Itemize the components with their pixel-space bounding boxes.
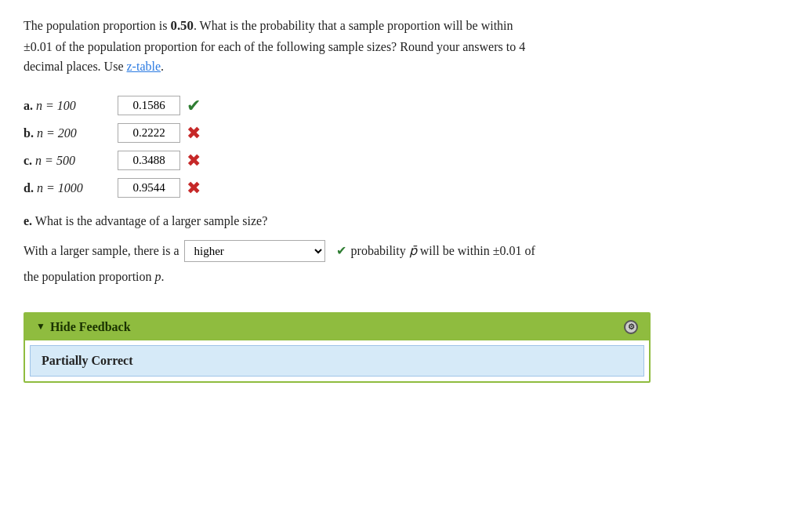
answers-section: a. n = 100 ✔ b. n = 200 ✖ c. n = 500 ✖ d… (24, 96, 788, 198)
answer-row-c: c. n = 500 ✖ (24, 151, 788, 170)
incorrect-icon-c: ✖ (187, 152, 201, 169)
intro-text-start: The population proportion is (24, 19, 171, 32)
answer-input-d[interactable] (118, 178, 180, 198)
intro-text-mid: . What is the probability that a sample … (194, 19, 513, 32)
feedback-header-left: ▼ Hide Feedback (36, 320, 131, 334)
p-symbol: p (155, 270, 161, 283)
correct-icon-a: ✔ (187, 97, 201, 115)
part-a-letter: a. (24, 99, 33, 112)
gear-icon[interactable]: ⚙ (624, 320, 638, 334)
population-proportion-value: 0.50 (171, 18, 194, 33)
answer-row-a: a. n = 100 ✔ (24, 96, 788, 115)
answer-input-a[interactable] (118, 96, 180, 115)
pbar-symbol: p̄ (409, 244, 417, 257)
larger-sample-dropdown[interactable]: higher lower (184, 240, 325, 262)
triangle-icon: ▼ (36, 321, 45, 333)
part-d-letter: d. (24, 181, 34, 195)
part-c-letter: c. (24, 154, 32, 167)
answer-label-a: a. n = 100 (24, 99, 118, 113)
answer-row-b: b. n = 200 ✖ (24, 123, 788, 143)
part-e-last-line: the population proportion p. (24, 266, 788, 289)
feedback-body-text: Partially Correct (42, 354, 133, 367)
incorrect-icon-d: ✖ (187, 180, 201, 197)
feedback-body: Partially Correct (30, 345, 644, 377)
feedback-header-label: Hide Feedback (50, 320, 131, 334)
population-proportion-text: the population proportion p. (24, 266, 165, 289)
part-b-letter: b. (24, 126, 34, 140)
answer-input-c[interactable] (118, 151, 180, 170)
probability-text: probability p̄ will be within ±0.01 of (351, 240, 535, 263)
answer-row-d: d. n = 1000 ✖ (24, 178, 788, 198)
sentence-start: With a larger sample, there is a (24, 240, 179, 263)
answer-label-c: c. n = 500 (24, 154, 118, 168)
part-b-equation: n = 200 (37, 126, 77, 140)
answer-label-d: d. n = 1000 (24, 181, 118, 195)
incorrect-icon-b: ✖ (187, 125, 201, 142)
feedback-section: ▼ Hide Feedback ⚙ Partially Correct (24, 312, 651, 383)
intro-line3-start: decimal places. Use (24, 60, 127, 73)
part-e-answer-row: With a larger sample, there is a higher … (24, 240, 788, 263)
part-c-equation: n = 500 (35, 154, 75, 167)
intro-paragraph: The population proportion is 0.50. What … (24, 16, 788, 77)
feedback-header[interactable]: ▼ Hide Feedback ⚙ (25, 314, 649, 340)
part-a-equation: n = 100 (36, 99, 76, 112)
part-e-label: e. (24, 214, 35, 227)
ztable-link[interactable]: z-table (127, 60, 161, 73)
intro-line3-end: . (161, 60, 164, 73)
correct-icon-e: ✔ (336, 245, 346, 257)
part-e-section: e. What is the advantage of a larger sam… (24, 212, 788, 231)
part-e-question: What is the advantage of a larger sample… (35, 214, 267, 227)
part-d-equation: n = 1000 (37, 181, 83, 195)
answer-input-b[interactable] (118, 123, 180, 143)
intro-line2: ±0.01 of the population proportion for e… (24, 40, 525, 53)
answer-label-b: b. n = 200 (24, 126, 118, 140)
